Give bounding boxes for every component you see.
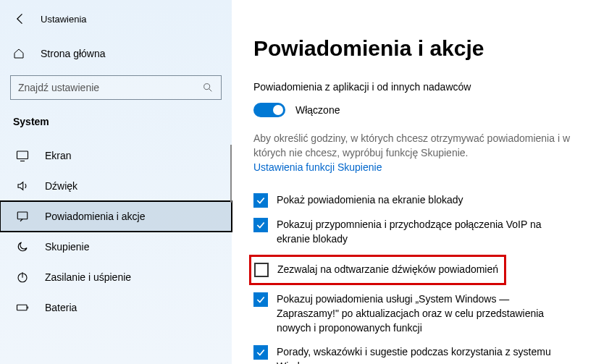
header-row: Ustawienia	[0, 6, 232, 39]
search-input[interactable]	[18, 82, 202, 93]
sidebar-item-ekran[interactable]: Ekran	[0, 140, 232, 171]
checkbox-label: Porady, wskazówki i sugestie podczas kor…	[277, 345, 574, 364]
battery-icon	[16, 301, 29, 314]
highlighted-option: Zezwalaj na odtwarzanie dźwięków powiado…	[249, 255, 506, 285]
checkbox-row-0: Pokaż powiadomienia na ekranie blokady	[253, 192, 574, 209]
category-label: System	[0, 113, 232, 140]
checkbox-row-3: Pokazuj powiadomienia usługi „System Win…	[253, 291, 574, 337]
checkbox-voip[interactable]	[253, 218, 268, 232]
sidebar-item-bateria[interactable]: Bateria	[0, 292, 232, 323]
sound-icon	[16, 179, 29, 192]
svg-rect-2	[17, 212, 28, 219]
toggle-label: Włączone	[295, 104, 340, 116]
sidebar-item-label: Powiadomienia i akcje	[45, 211, 146, 222]
checkbox-welcome[interactable]	[253, 292, 268, 307]
display-icon	[16, 149, 29, 162]
checkbox-label: Pokazuj powiadomienia usługi „System Win…	[277, 292, 574, 335]
svg-point-0	[204, 84, 210, 90]
sidebar-item-label: Zasilanie i uśpienie	[45, 271, 131, 283]
sidebar-item-label: Skupienie	[45, 241, 90, 253]
checkbox-row-2: Zezwalaj na odtwarzanie dźwięków powiado…	[254, 261, 498, 279]
sidebar-item-label: Dźwięk	[45, 180, 77, 192]
notification-icon	[16, 210, 29, 223]
power-icon	[16, 271, 29, 284]
home-icon	[13, 48, 25, 59]
sidebar-item-powiadomienia[interactable]: Powiadomienia i akcje	[0, 201, 232, 232]
sidebar-item-zasilanie[interactable]: Zasilanie i uśpienie	[0, 262, 232, 292]
sidebar-item-skupienie[interactable]: Skupienie	[0, 232, 232, 262]
checkbox-row-1: Pokazuj przypomnienia i przychodzące poł…	[253, 216, 574, 247]
home-nav[interactable]: Strona główna	[0, 39, 232, 68]
page-title: Powiadomienia i akcje	[253, 36, 574, 61]
description-text: Aby określić godziny, w których chcesz o…	[253, 132, 574, 160]
svg-rect-4	[17, 305, 28, 310]
content-pane: Powiadomienia i akcje Powiadomienia z ap…	[232, 0, 596, 364]
checkbox-lockscreen[interactable]	[253, 193, 268, 208]
svg-rect-1	[17, 151, 28, 159]
back-icon[interactable]	[13, 12, 28, 26]
search-box[interactable]	[10, 75, 222, 100]
home-label: Strona główna	[41, 48, 106, 59]
app-title: Ustawienia	[41, 14, 87, 25]
notifications-toggle[interactable]	[253, 103, 285, 117]
sidebar-item-label: Ekran	[45, 150, 72, 161]
sidebar-item-label: Bateria	[45, 302, 77, 313]
focus-settings-link[interactable]: Ustawienia funkcji Skupienie	[253, 161, 382, 173]
checkbox-label: Zezwalaj na odtwarzanie dźwięków powiado…	[277, 263, 498, 277]
checkbox-label: Pokaż powiadomienia na ekranie blokady	[277, 193, 463, 208]
checkbox-row-4: Porady, wskazówki i sugestie podczas kor…	[253, 344, 574, 364]
section-label: Powiadomienia z aplikacji i od innych na…	[253, 81, 574, 93]
toggle-knob	[273, 105, 283, 115]
moon-icon	[16, 240, 29, 253]
checkbox-tips[interactable]	[253, 345, 268, 360]
sidebar: Ustawienia Strona główna System Ekran Dź…	[0, 0, 232, 364]
checkbox-sounds[interactable]	[254, 263, 269, 277]
checkbox-label: Pokazuj przypomnienia i przychodzące poł…	[277, 218, 574, 246]
sidebar-item-dzwiek[interactable]: Dźwięk	[0, 171, 232, 201]
search-icon	[202, 82, 214, 93]
toggle-row: Włączone	[253, 103, 574, 117]
